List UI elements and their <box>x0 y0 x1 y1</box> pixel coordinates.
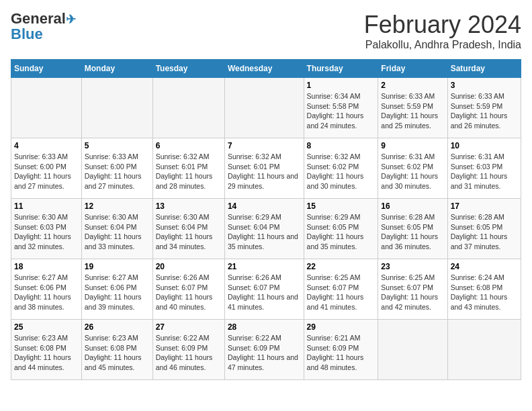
cell-info: Sunrise: 6:25 AM <box>307 273 375 283</box>
cell-info: Daylight: 11 hours and 41 minutes. <box>228 292 301 312</box>
day-number: 17 <box>451 201 518 211</box>
day-number: 22 <box>307 262 375 271</box>
cell-info: Sunset: 6:07 PM <box>307 283 375 293</box>
cell-info: Sunset: 6:07 PM <box>156 283 222 293</box>
day-number: 16 <box>381 201 444 211</box>
cell-info: Daylight: 11 hours and 40 minutes. <box>156 292 222 312</box>
cell-info: Sunset: 5:59 PM <box>451 101 518 111</box>
calendar-table: SundayMondayTuesdayWednesdayThursdayFrid… <box>11 59 521 380</box>
cell-info: Sunrise: 6:30 AM <box>14 212 79 222</box>
cell-info: Sunset: 6:09 PM <box>156 343 222 353</box>
day-number: 20 <box>156 262 222 271</box>
cell-info: Sunrise: 6:24 AM <box>451 273 518 283</box>
day-number: 23 <box>381 262 444 271</box>
calendar-week-4: 18Sunrise: 6:27 AMSunset: 6:06 PMDayligh… <box>11 259 521 320</box>
header-saturday: Saturday <box>447 60 521 78</box>
calendar-cell: 18Sunrise: 6:27 AMSunset: 6:06 PMDayligh… <box>11 259 82 320</box>
cell-info: Sunset: 6:00 PM <box>14 162 79 172</box>
cell-info: Sunrise: 6:32 AM <box>307 152 375 162</box>
cell-info: Daylight: 11 hours and 30 minutes. <box>307 171 375 191</box>
cell-info: Sunrise: 6:22 AM <box>156 333 222 343</box>
cell-info: Sunset: 6:04 PM <box>228 222 301 232</box>
cell-info: Daylight: 11 hours and 38 minutes. <box>14 292 79 312</box>
month-title: February 2024 <box>364 11 521 39</box>
header-sunday: Sunday <box>11 60 82 78</box>
day-number: 12 <box>85 201 150 211</box>
page-header: General✈ Blue February 2024 Palakollu, A… <box>11 11 521 51</box>
day-number: 14 <box>228 201 301 211</box>
cell-info: Daylight: 11 hours and 41 minutes. <box>307 292 375 312</box>
cell-info: Sunrise: 6:23 AM <box>85 333 150 343</box>
calendar-cell: 27Sunrise: 6:22 AMSunset: 6:09 PMDayligh… <box>152 320 224 380</box>
calendar-cell: 5Sunrise: 6:33 AMSunset: 6:00 PMDaylight… <box>81 138 152 199</box>
calendar-cell: 3Sunrise: 6:33 AMSunset: 5:59 PMDaylight… <box>447 78 521 138</box>
day-number: 1 <box>307 81 375 90</box>
day-number: 21 <box>228 262 301 271</box>
day-number: 8 <box>307 141 375 150</box>
day-number: 5 <box>85 141 150 150</box>
cell-info: Daylight: 11 hours and 48 minutes. <box>307 353 375 372</box>
calendar-cell <box>152 78 224 138</box>
cell-info: Sunset: 6:01 PM <box>156 162 222 172</box>
logo-text: General✈ <box>11 11 76 27</box>
day-number: 2 <box>381 81 444 90</box>
cell-info: Sunset: 6:04 PM <box>85 222 150 232</box>
calendar-cell: 6Sunrise: 6:32 AMSunset: 6:01 PMDaylight… <box>152 138 224 199</box>
calendar-cell: 2Sunrise: 6:33 AMSunset: 5:59 PMDaylight… <box>378 78 447 138</box>
cell-info: Daylight: 11 hours and 47 minutes. <box>228 353 301 372</box>
cell-info: Sunrise: 6:26 AM <box>228 273 301 283</box>
cell-info: Daylight: 11 hours and 34 minutes. <box>156 232 222 251</box>
day-number: 3 <box>451 81 518 90</box>
cell-info: Daylight: 11 hours and 42 minutes. <box>381 292 444 312</box>
cell-info: Sunrise: 6:33 AM <box>14 152 79 162</box>
day-number: 15 <box>307 201 375 211</box>
cell-info: Sunrise: 6:30 AM <box>85 212 150 222</box>
day-number: 27 <box>156 322 222 332</box>
calendar-cell: 4Sunrise: 6:33 AMSunset: 6:00 PMDaylight… <box>11 138 82 199</box>
calendar-cell: 13Sunrise: 6:30 AMSunset: 6:04 PMDayligh… <box>152 199 224 259</box>
cell-info: Daylight: 11 hours and 44 minutes. <box>14 353 79 372</box>
cell-info: Daylight: 11 hours and 45 minutes. <box>85 353 150 372</box>
calendar-cell: 7Sunrise: 6:32 AMSunset: 6:01 PMDaylight… <box>224 138 304 199</box>
day-number: 24 <box>451 262 518 271</box>
title-area: February 2024 Palakollu, Andhra Pradesh,… <box>364 11 521 51</box>
cell-info: Sunset: 6:05 PM <box>307 222 375 232</box>
calendar-cell: 15Sunrise: 6:29 AMSunset: 6:05 PMDayligh… <box>304 199 378 259</box>
header-monday: Monday <box>81 60 152 78</box>
cell-info: Sunrise: 6:31 AM <box>381 152 444 162</box>
cell-info: Daylight: 11 hours and 27 minutes. <box>85 171 150 191</box>
calendar-week-3: 11Sunrise: 6:30 AMSunset: 6:03 PMDayligh… <box>11 199 521 259</box>
calendar-cell: 12Sunrise: 6:30 AMSunset: 6:04 PMDayligh… <box>81 199 152 259</box>
cell-info: Daylight: 11 hours and 31 minutes. <box>451 171 518 191</box>
cell-info: Sunset: 6:06 PM <box>14 283 79 293</box>
cell-info: Sunset: 6:08 PM <box>451 283 518 293</box>
day-number: 29 <box>307 322 375 332</box>
calendar-cell <box>447 320 521 380</box>
calendar-cell <box>378 320 447 380</box>
cell-info: Sunrise: 6:33 AM <box>85 152 150 162</box>
day-number: 25 <box>14 322 79 332</box>
header-friday: Friday <box>378 60 447 78</box>
cell-info: Sunrise: 6:21 AM <box>307 333 375 343</box>
calendar-cell: 22Sunrise: 6:25 AMSunset: 6:07 PMDayligh… <box>304 259 378 320</box>
calendar-cell: 11Sunrise: 6:30 AMSunset: 6:03 PMDayligh… <box>11 199 82 259</box>
cell-info: Sunset: 6:09 PM <box>307 343 375 353</box>
cell-info: Sunrise: 6:33 AM <box>451 91 518 101</box>
calendar-cell <box>11 78 82 138</box>
cell-info: Sunrise: 6:23 AM <box>14 333 79 343</box>
cell-info: Sunset: 6:09 PM <box>228 343 301 353</box>
cell-info: Daylight: 11 hours and 39 minutes. <box>85 292 150 312</box>
cell-info: Sunset: 6:08 PM <box>14 343 79 353</box>
cell-info: Sunset: 6:04 PM <box>156 222 222 232</box>
logo-blue: Blue <box>11 27 43 42</box>
calendar-cell: 10Sunrise: 6:31 AMSunset: 6:03 PMDayligh… <box>447 138 521 199</box>
cell-info: Sunset: 6:07 PM <box>381 283 444 293</box>
cell-info: Sunrise: 6:29 AM <box>228 212 301 222</box>
header-tuesday: Tuesday <box>152 60 224 78</box>
cell-info: Sunrise: 6:30 AM <box>156 212 222 222</box>
cell-info: Sunset: 6:00 PM <box>85 162 150 172</box>
cell-info: Daylight: 11 hours and 26 minutes. <box>451 111 518 130</box>
calendar-cell: 17Sunrise: 6:28 AMSunset: 6:05 PMDayligh… <box>447 199 521 259</box>
cell-info: Daylight: 11 hours and 30 minutes. <box>381 171 444 191</box>
cell-info: Sunrise: 6:31 AM <box>451 152 518 162</box>
